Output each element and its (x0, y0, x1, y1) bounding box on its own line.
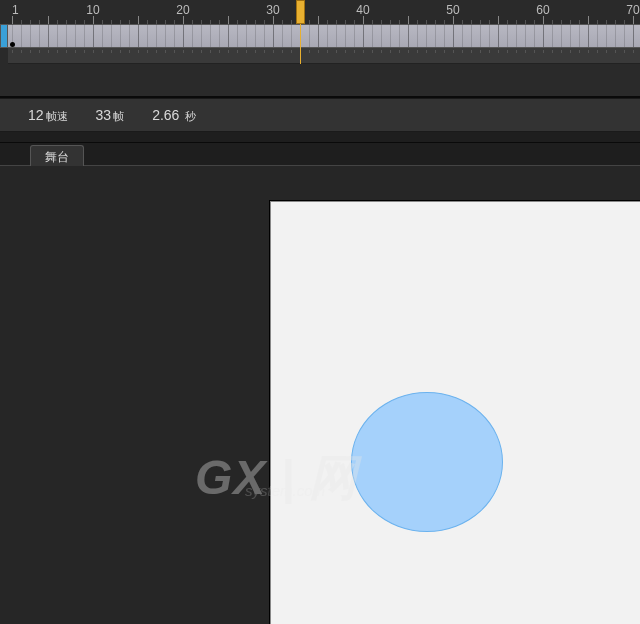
stage-boundary (270, 201, 640, 624)
timeline-status-bar: 12帧速 33帧 2.66 秒 (0, 98, 640, 132)
fps-unit: 帧速 (46, 110, 68, 122)
document-tab-bar: 舞台 (0, 142, 640, 166)
tab-stage[interactable]: 舞台 (30, 145, 84, 167)
ruler-ticks (8, 16, 640, 24)
track-label[interactable] (0, 24, 8, 48)
time-readout: 2.66 秒 (152, 107, 196, 124)
track-padding (8, 48, 640, 64)
time-unit: 秒 (185, 110, 196, 122)
ruler-number: 20 (176, 3, 189, 17)
ruler-number: 60 (536, 3, 549, 17)
frame-value: 33 (96, 107, 112, 123)
stage-canvas[interactable] (270, 201, 640, 624)
fps-readout: 12帧速 (28, 107, 68, 124)
ruler-number: 70 (626, 3, 639, 17)
ruler-number: 40 (356, 3, 369, 17)
stage-viewport[interactable]: GX | 网 system.com (0, 166, 640, 624)
fps-value: 12 (28, 107, 44, 123)
ruler-number: 30 (266, 3, 279, 17)
time-value: 2.66 (152, 107, 179, 123)
ruler-number: 10 (86, 3, 99, 17)
timeline-tracks (0, 24, 640, 64)
app-root: 110203040506070 12帧速 33帧 2.66 秒 舞台 (0, 0, 640, 624)
timeline-panel: 110203040506070 (0, 0, 640, 98)
circle-shape[interactable] (351, 392, 503, 532)
track-row[interactable] (8, 24, 640, 48)
ruler-number: 1 (12, 3, 19, 17)
ruler-number: 50 (446, 3, 459, 17)
frame-unit: 帧 (113, 110, 124, 122)
current-frame-readout: 33帧 (96, 107, 125, 124)
